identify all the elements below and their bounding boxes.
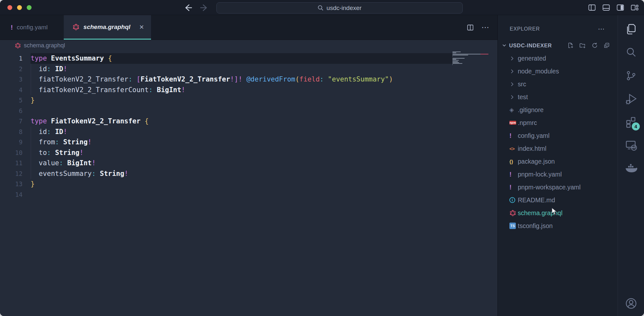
back-arrow-icon[interactable]: [183, 4, 193, 12]
code-line-3[interactable]: 3 fiatTokenV2_2_Transfer: [FiatTokenV2_2…: [0, 74, 497, 85]
split-editor-icon[interactable]: [466, 24, 474, 32]
code-line-9[interactable]: 9 from: String!: [0, 137, 497, 148]
activitybar-explorer[interactable]: [618, 18, 644, 41]
activitybar-account[interactable]: [618, 297, 644, 310]
code-line-content: to: String!: [31, 148, 452, 158]
search-value: usdc-indexer: [327, 5, 362, 12]
line-number: 12: [0, 168, 31, 179]
line-number: 13: [0, 179, 31, 189]
activitybar-remote-explorer[interactable]: [618, 134, 644, 157]
explorer-item-schema-graphql[interactable]: schema.graphql: [498, 206, 618, 219]
activitybar-search[interactable]: [618, 41, 644, 64]
new-file-icon[interactable]: [567, 42, 574, 49]
yaml-icon: !: [509, 184, 518, 191]
explorer-item-config-yaml[interactable]: !config.yaml: [498, 129, 618, 142]
activitybar-docker[interactable]: [618, 157, 644, 180]
code-token: [31, 149, 39, 157]
code-line-2[interactable]: 2 id: ID!: [0, 64, 497, 74]
explorer-title: EXPLORER: [510, 26, 540, 32]
more-actions-icon[interactable]: ⋯: [481, 23, 490, 32]
explorer-item-index-html[interactable]: <>index.html: [498, 142, 618, 155]
explorer-item-npmrc[interactable]: npm.npmrc: [498, 116, 618, 129]
code-token: fiatTokenV2_2_TransferCount: [39, 86, 148, 94]
code-token: [: [137, 75, 141, 83]
yaml-icon: !: [11, 24, 13, 31]
refresh-icon[interactable]: [592, 42, 598, 49]
code-token: [31, 170, 39, 177]
forward-arrow-icon[interactable]: [200, 4, 209, 12]
explorer-more-actions-icon[interactable]: ⋯: [598, 25, 605, 33]
explorer-item-label: generated: [518, 55, 546, 62]
editor-pane: ! config.yaml schema.graphql × ⋯ schema.…: [0, 15, 497, 316]
minimap-line: [452, 60, 459, 61]
customize-layout-icon[interactable]: [630, 3, 639, 12]
line-number: 2: [0, 64, 31, 74]
code-line-4[interactable]: 4 fiatTokenV2_2_TransferCount: BigInt!: [0, 85, 497, 95]
breadcrumb[interactable]: schema.graphql: [0, 40, 497, 51]
collapse-all-icon[interactable]: [603, 42, 610, 49]
toggle-right-sidebar-icon[interactable]: [616, 3, 625, 12]
code-line-6[interactable]: 6: [0, 106, 497, 116]
explorer-item-pnpm-workspace-yaml[interactable]: !pnpm-workspace.yaml: [498, 181, 618, 194]
toggle-left-panel-icon[interactable]: [588, 3, 596, 12]
code-token: :: [47, 149, 51, 157]
code-line-content: [31, 189, 452, 200]
code-line-13[interactable]: 13}: [0, 179, 497, 189]
explorer-item-gitignore[interactable]: ◈.gitignore: [498, 103, 618, 116]
line-number: 7: [0, 116, 31, 127]
explorer-item-package-json[interactable]: {}package.json: [498, 155, 618, 168]
code-token: [31, 138, 39, 146]
code-token: !: [124, 170, 128, 177]
code-line-8[interactable]: 8 id: ID!: [0, 127, 497, 137]
minimap[interactable]: [452, 52, 489, 66]
explorer-section-usdc-indexer[interactable]: USDC-INDEXER: [498, 40, 618, 51]
explorer-item-tsconfig-json[interactable]: TStsconfig.json: [498, 219, 618, 232]
explorer-item-node-modules[interactable]: node_modules: [498, 65, 618, 78]
zoom-window-button[interactable]: [27, 5, 32, 10]
code-token: }: [31, 96, 35, 104]
code-line-5[interactable]: 5}: [0, 95, 497, 106]
toggle-bottom-panel-icon[interactable]: [602, 3, 611, 12]
code-line-1[interactable]: 1type EventsSummary {: [0, 53, 497, 64]
search-icon: [625, 46, 637, 59]
explorer-item-test[interactable]: test: [498, 91, 618, 103]
code-line-content: from: String!: [31, 137, 452, 148]
minimize-window-button[interactable]: [17, 5, 22, 10]
code-line-10[interactable]: 10 to: String!: [0, 148, 497, 158]
code-token: [324, 75, 328, 83]
code-token: value: [39, 159, 59, 167]
new-folder-icon[interactable]: [579, 42, 586, 49]
code-line-content: }: [31, 179, 452, 189]
explorer-item-src[interactable]: src: [498, 78, 618, 91]
code-token: [31, 86, 39, 94]
tab-config-yaml[interactable]: ! config.yaml: [0, 15, 64, 40]
code-token: [140, 117, 145, 125]
explorer-item-readme-md[interactable]: iREADME.md: [498, 194, 618, 206]
chevron-right-icon: [509, 81, 518, 87]
code-editor[interactable]: 1type EventsSummary {2 id: ID!3 fiatToke…: [0, 51, 497, 316]
code-line-11[interactable]: 11 value: BigInt!: [0, 158, 497, 168]
code-line-14[interactable]: 14: [0, 189, 497, 200]
explorer-item-generated[interactable]: generated: [498, 52, 618, 65]
command-center-search[interactable]: usdc-indexer: [216, 2, 463, 14]
activitybar-run-debug[interactable]: [618, 87, 644, 110]
activitybar-extensions[interactable]: 4: [618, 110, 644, 134]
code-line-12[interactable]: 12 eventsSummary: String!: [0, 168, 497, 179]
code-token: :: [47, 65, 51, 73]
code-line-7[interactable]: 7type FiatTokenV2_2_Transfer {: [0, 116, 497, 127]
activitybar-source-control[interactable]: [618, 64, 644, 87]
explorer-item-pnpm-lock-yaml[interactable]: !pnpm-lock.yaml: [498, 168, 618, 181]
code-token: BigInt: [67, 159, 92, 167]
close-window-button[interactable]: [7, 5, 12, 10]
close-tab-icon[interactable]: ×: [139, 23, 144, 31]
tab-schema-graphql[interactable]: schema.graphql ×: [64, 15, 151, 40]
code-token: :: [47, 128, 51, 136]
code-token: [96, 170, 100, 177]
code-line-content: type FiatTokenV2_2_Transfer {: [31, 116, 452, 127]
json-icon: {}: [509, 159, 518, 164]
line-number: 8: [0, 127, 31, 137]
explorer-item-label: pnpm-lock.yaml: [518, 171, 562, 178]
line-number: 14: [0, 189, 31, 200]
code-token: id: [39, 65, 47, 73]
code-token: ]: [234, 75, 238, 83]
